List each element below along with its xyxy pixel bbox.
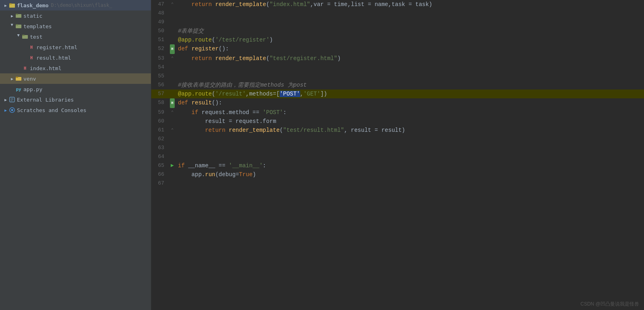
svg-rect-7: [22, 35, 25, 36]
folder-icon: [15, 12, 22, 19]
sidebar-item-label: result.html: [36, 55, 71, 61]
code-editor[interactable]: 47 ⌃ return render_template("index.html"…: [151, 0, 644, 310]
watermark: CSDN @凹凸曼说我是怪兽: [580, 301, 639, 308]
sidebar-item-label: index.html: [30, 65, 61, 71]
code-line-57: 57 @app.route('/result',methods=['POST',…: [151, 89, 644, 98]
code-line-64: 64: [151, 152, 644, 161]
chevron-right-icon: ▶: [3, 97, 8, 102]
venv-folder-icon: [15, 75, 22, 82]
svg-rect-1: [9, 3, 12, 4]
fold-up-icon[interactable]: ⌃: [171, 0, 174, 9]
code-line-50: 50 #表单提交: [151, 27, 644, 35]
library-icon: [9, 96, 15, 103]
code-line-55: 55: [151, 72, 644, 81]
folder-open-icon: [22, 33, 28, 40]
chevron-down-icon: ▶: [3, 3, 8, 8]
html-file-icon: H: [22, 65, 28, 71]
code-line-65: 65 ▶ if __name__ == '__main__':: [151, 161, 644, 170]
sidebar-item-label: static: [23, 13, 42, 19]
code-line-66: 66 app.run(debug=True): [151, 170, 644, 179]
code-line-63: 63: [151, 144, 644, 152]
code-line-67: 67: [151, 179, 644, 188]
project-folder-icon: [9, 2, 15, 8]
scratches-icon: [9, 107, 15, 113]
svg-rect-9: [16, 77, 18, 78]
fold-up-icon[interactable]: ⌃: [171, 126, 174, 135]
sidebar-item-test[interactable]: ▶ test: [0, 31, 151, 42]
sidebar-item-scratches[interactable]: ▶ Scratches and Consoles: [0, 105, 151, 115]
bookmark-icon: H: [170, 44, 174, 54]
sidebar-item-static[interactable]: ▶ static: [0, 10, 151, 21]
code-line-52: 52 H def register():: [151, 44, 644, 54]
sidebar-item-label: venv: [23, 76, 36, 82]
sidebar-item-label: External Libraries: [17, 97, 74, 103]
svg-rect-3: [16, 14, 18, 15]
code-line-60: 60 result = request.form: [151, 117, 644, 126]
code-line-54: 54: [151, 63, 644, 72]
run-icon[interactable]: ▶: [171, 161, 174, 170]
sidebar-item-index-html[interactable]: ▶ H index.html: [0, 63, 151, 73]
sidebar-item-label: Scratches and Consoles: [17, 107, 86, 113]
svg-point-15: [11, 109, 13, 111]
svg-rect-5: [16, 24, 18, 25]
code-line-51: 51 @app.route('/test/register'): [151, 35, 644, 44]
code-line-48: 48: [151, 9, 644, 18]
project-sidebar[interactable]: ▶ flask_demo D:\demo\shixun\flask_ ▶ sta…: [0, 0, 151, 310]
sidebar-item-venv[interactable]: ▶ venv: [0, 73, 151, 84]
code-line-49: 49: [151, 18, 644, 27]
folder-open-icon: [15, 23, 22, 29]
sidebar-item-label: test: [30, 34, 42, 40]
sidebar-item-app-py[interactable]: ▶ py app.py: [0, 84, 151, 94]
chevron-right-icon: ▶: [3, 108, 8, 112]
chevron-right-icon: ▶: [10, 13, 15, 18]
python-file-icon: py: [15, 86, 22, 92]
chevron-right-icon: ▶: [10, 76, 15, 81]
fold-up-icon[interactable]: ⌃: [171, 108, 174, 117]
sidebar-item-label: app.py: [23, 86, 42, 92]
code-line-53: 53 ⌃ return render_template("test/regist…: [151, 54, 644, 63]
sidebar-item-external-libraries[interactable]: ▶ External Libraries: [0, 94, 151, 105]
code-line-56: 56 #接收表单提交的路由，需要指定methods 为post: [151, 81, 644, 89]
html-file-icon: H: [28, 44, 35, 50]
chevron-down-icon: ▶: [10, 24, 15, 29]
code-line-58: 58 H def result():: [151, 98, 644, 108]
code-line-47: 47 ⌃ return render_template("index.html"…: [151, 0, 644, 9]
sidebar-item-flask-demo[interactable]: ▶ flask_demo D:\demo\shixun\flask_: [0, 0, 151, 10]
sidebar-item-templates[interactable]: ▶ templates: [0, 21, 151, 31]
project-name: flask_demo: [17, 2, 48, 8]
sidebar-item-label: register.html: [36, 44, 77, 50]
sidebar-item-register-html[interactable]: ▶ H register.html: [0, 42, 151, 52]
html-file-icon: H: [28, 54, 35, 61]
project-path: D:\demo\shixun\flask_: [51, 2, 112, 8]
chevron-down-icon: ▶: [16, 34, 21, 39]
sidebar-item-label: templates: [23, 23, 52, 29]
code-line-61: 61 ⌃ return render_template("test/result…: [151, 126, 644, 135]
fold-up-icon[interactable]: ⌃: [171, 54, 174, 63]
bookmark-icon: H: [170, 98, 174, 108]
code-line-62: 62: [151, 135, 644, 144]
sidebar-item-result-html[interactable]: ▶ H result.html: [0, 52, 151, 63]
code-line-59: 59 ⌃ if request.method == 'POST':: [151, 108, 644, 117]
